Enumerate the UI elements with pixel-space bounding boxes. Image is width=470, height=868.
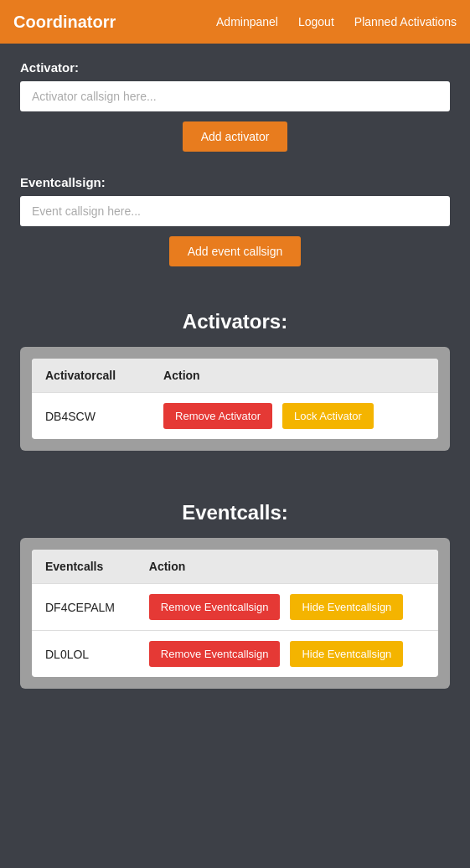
- activator-label: Activator:: [20, 60, 450, 75]
- navbar: Coordinatorr Adminpanel Logout Planned A…: [0, 0, 470, 44]
- table-row: DB4SCW Remove Activator Lock Activator: [32, 393, 438, 440]
- navbar-links: Adminpanel Logout Planned Activations: [216, 15, 457, 28]
- activator-callsign: DB4SCW: [32, 393, 150, 440]
- remove-eventcallsign-button[interactable]: Remove Eventcallsign: [149, 594, 281, 620]
- lock-activator-button[interactable]: Lock Activator: [282, 403, 374, 429]
- adminpanel-link[interactable]: Adminpanel: [216, 15, 278, 28]
- eventcalls-table-header: Eventcalls Action: [32, 550, 438, 584]
- activators-col-callsign: Activatorcall: [32, 359, 150, 393]
- main-content: Activator: Add activator Eventcallsign: …: [0, 44, 470, 719]
- event-input[interactable]: [20, 196, 450, 226]
- eventcall-actions: Remove Eventcallsign Hide Eventcallsign: [136, 631, 438, 678]
- add-event-callsign-button[interactable]: Add event callsign: [169, 236, 302, 266]
- table-row: DF4CEPALM Remove Eventcallsign Hide Even…: [32, 584, 438, 631]
- add-activator-button[interactable]: Add activator: [183, 121, 288, 152]
- planned-activations-link[interactable]: Planned Activations: [354, 15, 457, 28]
- eventcalls-table-container: Eventcalls Action DF4CEPALM Remove Event…: [20, 538, 450, 689]
- brand-logo: Coordinatorr: [13, 13, 116, 32]
- eventcall-callsign: DL0LOL: [32, 631, 136, 678]
- eventcalls-table: Eventcalls Action DF4CEPALM Remove Event…: [32, 550, 438, 677]
- event-section: Eventcallsign: Add event callsign: [20, 175, 450, 266]
- activator-actions: Remove Activator Lock Activator: [150, 393, 438, 440]
- activator-section: Activator: Add activator: [20, 60, 450, 152]
- logout-link[interactable]: Logout: [298, 15, 334, 28]
- eventcalls-col-action: Action: [136, 550, 438, 584]
- activators-table-header: Activatorcall Action: [32, 359, 438, 393]
- eventcall-actions: Remove Eventcallsign Hide Eventcallsign: [136, 584, 438, 631]
- activator-input[interactable]: [20, 81, 450, 111]
- eventcalls-col-callsign: Eventcalls: [32, 550, 136, 584]
- eventcall-callsign: DF4CEPALM: [32, 584, 136, 631]
- hide-eventcallsign-button[interactable]: Hide Eventcallsign: [290, 641, 403, 667]
- activators-col-action: Action: [150, 359, 438, 393]
- remove-eventcallsign-button[interactable]: Remove Eventcallsign: [149, 641, 281, 667]
- activators-table-container: Activatorcall Action DB4SCW Remove Activ…: [20, 347, 450, 451]
- activators-title: Activators:: [20, 310, 450, 333]
- event-label: Eventcallsign:: [20, 175, 450, 189]
- activators-table: Activatorcall Action DB4SCW Remove Activ…: [32, 359, 438, 439]
- eventcalls-title: Eventcalls:: [20, 501, 450, 524]
- table-row: DL0LOL Remove Eventcallsign Hide Eventca…: [32, 631, 438, 678]
- remove-activator-button[interactable]: Remove Activator: [163, 403, 272, 429]
- hide-eventcallsign-button[interactable]: Hide Eventcallsign: [290, 594, 403, 620]
